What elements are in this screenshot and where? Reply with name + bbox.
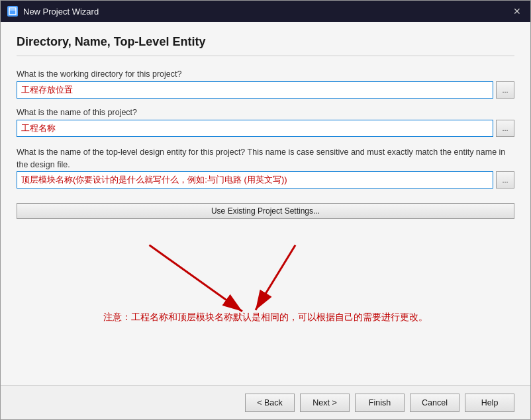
cancel-button[interactable]: Cancel [410, 394, 459, 412]
back-button[interactable]: < Back [245, 394, 295, 412]
help-button[interactable]: Help [465, 394, 514, 412]
entity-input[interactable] [17, 171, 493, 189]
directory-label: What is the working directory for this p… [17, 69, 514, 79]
project-name-browse-button[interactable]: ... [496, 120, 514, 137]
footer: < Back Next > Finish Cancel Help [1, 385, 530, 419]
title-bar-text: New Project Wizard [23, 7, 505, 17]
directory-input-row: ... [17, 81, 514, 99]
finish-button[interactable]: Finish [355, 394, 405, 412]
entity-input-row: ... [17, 171, 514, 189]
content-area: Directory, Name, Top-Level Entity What i… [1, 22, 530, 385]
svg-line-4 [256, 245, 295, 310]
close-button[interactable]: ✕ [510, 5, 524, 18]
directory-section: What is the working directory for this p… [17, 69, 514, 99]
directory-input[interactable] [17, 81, 493, 99]
svg-rect-0 [9, 8, 16, 15]
project-name-label: What is the name of this project? [17, 108, 514, 117]
directory-browse-button[interactable]: ... [496, 81, 514, 99]
existing-project-button[interactable]: Use Existing Project Settings... [17, 203, 514, 219]
project-name-input[interactable] [17, 120, 493, 137]
annotation-text: 注意：工程名称和顶层模块名称默认是相同的，可以根据自己的需要进行更改。 [103, 312, 428, 322]
window-icon [7, 6, 18, 17]
annotation-area: 注意：工程名称和顶层模块名称默认是相同的，可以根据自己的需要进行更改。 [17, 219, 514, 378]
annotation-arrows [17, 219, 514, 378]
project-name-section: What is the name of this project? ... [17, 108, 514, 137]
page-title: Directory, Name, Top-Level Entity [17, 35, 514, 56]
next-button[interactable]: Next > [300, 394, 350, 412]
entity-browse-button[interactable]: ... [496, 171, 514, 189]
entity-section: What is the name of the top-level design… [17, 146, 514, 189]
project-name-input-row: ... [17, 120, 514, 137]
entity-description: What is the name of the top-level design… [17, 147, 505, 169]
svg-line-3 [150, 245, 242, 311]
title-bar: New Project Wizard ✕ [1, 1, 530, 22]
main-window: New Project Wizard ✕ Directory, Name, To… [0, 0, 531, 420]
